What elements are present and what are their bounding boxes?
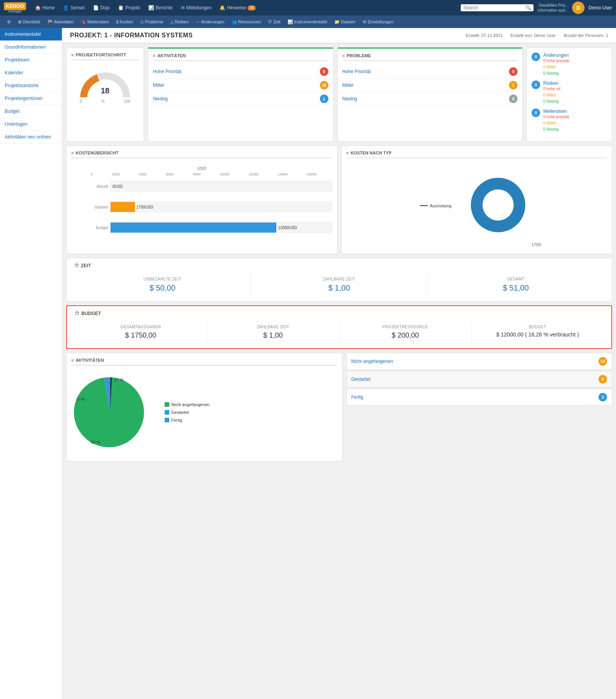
top-navigation: KENDO manager 🏠 Home 👤 Sensei 📄 Dojo 📋 P… xyxy=(0,0,616,16)
nav-berichte[interactable]: 📊 Berichte xyxy=(145,4,176,12)
nav-sensei[interactable]: 👤 Sensei xyxy=(60,4,88,12)
subnav-probleme[interactable]: ⚠ Probleme xyxy=(137,18,167,26)
search-wrapper: 🔍 xyxy=(461,4,534,11)
aktivitaeten-mittel-row[interactable]: Mittel 18 xyxy=(153,79,328,92)
nav-hinweise[interactable]: 🔔 Hinweise 74 xyxy=(216,4,259,12)
stats-aenderungen: 0 Änderungen 0 hohe priorität 0 Mittel 0… xyxy=(532,53,607,77)
bar-fill-geplant xyxy=(111,202,135,212)
subnav-aenderungen[interactable]: ↔ Änderungen xyxy=(193,18,228,26)
status-fertig[interactable]: Fertig 3 xyxy=(346,389,612,406)
subnav-kosten[interactable]: $ Kosten xyxy=(113,18,136,26)
svg-text:18: 18 xyxy=(101,86,109,95)
aktivitaeten-niedrig-badge: 1 xyxy=(320,95,328,103)
donut-value: 1750 xyxy=(532,242,541,247)
subnav-settings-icon[interactable]: ⚙ xyxy=(4,18,14,26)
subnav-instrumententafel[interactable]: 📊 Instrumententafel xyxy=(284,18,330,26)
clock-icon: ⏱ xyxy=(74,263,79,268)
stats-meilenstein: 0 Meilenstein 0 hohe priorität 0 Mittel … xyxy=(532,109,607,133)
status-gestartet[interactable]: Gestartet 0 xyxy=(346,371,612,388)
gauge-chart: 18 xyxy=(78,68,132,99)
stats-risiken: 0 Risiken 0 hohe inf. 0 Mittel 0 Niedrig xyxy=(532,81,607,105)
chart-icon5: ≡ xyxy=(346,151,349,155)
dashboard: ≡ PROJEKTFORTSCHRITT 18 xyxy=(62,44,616,465)
project-persons: Anzahl der Personen: 1 xyxy=(563,33,608,38)
sidebar-item-projektteam[interactable]: Projektteam xyxy=(0,54,62,67)
subnav-dateien[interactable]: 📁 Dateien xyxy=(331,18,359,26)
kosten-nach-typ-card: ≡ KOSTEN NACH TYP Ausrüstung xyxy=(341,145,612,254)
aktivitaeten-hohe-row[interactable]: Hohe Priorität 0 xyxy=(153,65,328,79)
bottom-row: ≡ AKTIVITÄTEN xyxy=(66,353,612,461)
search-icon: 🔍 xyxy=(525,5,531,11)
subnav-einstellungen[interactable]: ⚙ Einstellungen xyxy=(360,18,397,26)
legend-dot-dark xyxy=(165,418,169,422)
chart-icon3: ≡ xyxy=(342,53,345,58)
logo[interactable]: KENDO manager xyxy=(4,2,26,13)
subnav-ueberblick[interactable]: ⊞ Überblick xyxy=(15,18,44,26)
search-input[interactable] xyxy=(463,5,525,11)
budget-projektressource: PROJEKTRESSOURCE $ 200,00 xyxy=(339,321,472,343)
legend-line xyxy=(420,205,428,206)
bar-row-budget: Budget 12000USD xyxy=(91,222,332,233)
sidebar-item-unterlagen[interactable]: Unterlagen xyxy=(0,118,62,131)
subnav-zeit[interactable]: ⏱ Zeit xyxy=(265,18,283,26)
probleme-mittel-row[interactable]: Mittel 1 xyxy=(342,79,518,92)
sidebar-item-budget[interactable]: Budget xyxy=(0,105,62,118)
chart-icon4: ≡ xyxy=(71,151,74,155)
zeit-unbezahlt: UNBEZAHLTE ZEIT $ 50,00 xyxy=(74,273,251,296)
probleme-mittel-badge: 1 xyxy=(509,81,518,89)
budget-values: GESAMTAUSGABEN $ 1750,00 ZAHLBARE ZEIT $… xyxy=(75,321,604,343)
sub-navigation: ⚙ ⊞ Überblick 🏁 Aktivitäten 🔖 Meilenstei… xyxy=(0,16,616,28)
aktivitaeten-bottom-title: ≡ AKTIVITÄTEN xyxy=(71,358,337,366)
pie-chart-wrapper: 17 % 0 % 82 % xyxy=(71,373,149,452)
status-nicht-angefangenen[interactable]: Nicht angefangenen 14 xyxy=(346,353,612,370)
aktivitaeten-hohe-badge: 0 xyxy=(320,67,328,76)
selected-project[interactable]: Gewähltes Proj... Information syst... xyxy=(537,3,568,13)
risiken-circle: 0 xyxy=(532,81,540,89)
legend-dot-green xyxy=(165,402,169,407)
bar-row-aktuell: Aktuell 0USD xyxy=(91,181,332,192)
aktivitaeten-bottom-card: ≡ AKTIVITÄTEN xyxy=(66,353,342,461)
project-created: Erstellt: 07.12.2021 xyxy=(466,33,503,38)
budget-header: ⏱ BUDGET xyxy=(75,311,604,316)
budget-total: BUDGET $ 12000,00 ( 16,26 % verbraucht ) xyxy=(472,321,604,343)
chart-icon6: ≡ xyxy=(71,358,74,363)
chart-icon2: ≡ xyxy=(153,53,155,58)
projektfortschritt-card: ≡ PROJEKTFORTSCHRITT 18 xyxy=(66,47,144,142)
sidebar-item-projekteigentuemer[interactable]: Projekteigentümer xyxy=(0,92,62,105)
sidebar-item-kalender[interactable]: Kalender xyxy=(0,67,62,79)
project-title: PROJEKT: 1 - INFORMATION SYSTEMS xyxy=(70,32,193,39)
zeit-values: UNBEZAHLTE ZEIT $ 50,00 ZAHLBARE ZEIT $ … xyxy=(74,273,604,296)
project-header: PROJEKT: 1 - INFORMATION SYSTEMS Erstell… xyxy=(62,28,616,44)
donut-chart: 1750 xyxy=(463,170,533,241)
subnav-meilenstein[interactable]: 🔖 Meilenstein xyxy=(78,18,112,26)
project-creator: Erstellt von: Demo User xyxy=(511,33,556,38)
aktivitaeten-niedrig-row[interactable]: Niedrig 1 xyxy=(153,92,328,106)
probleme-niedrig-row[interactable]: Niedrig 0 xyxy=(342,92,518,106)
sidebar-item-projektstandorte[interactable]: Projektstandorte xyxy=(0,79,62,92)
nav-dojo[interactable]: 📄 Dojo xyxy=(90,4,113,12)
main-content: PROJEKT: 1 - INFORMATION SYSTEMS Erstell… xyxy=(62,28,616,699)
nav-mitteilungen[interactable]: ✉ Mitteilungen xyxy=(178,4,215,12)
sidebar-item-grundinformationen[interactable]: Grundinformationen xyxy=(0,41,62,54)
budget-zahlbare-zeit: ZAHLBARE ZEIT $ 1,00 xyxy=(207,321,339,343)
avatar: D xyxy=(572,2,584,14)
aenderungen-circle: 0 xyxy=(532,53,540,61)
logo-subtext: manager xyxy=(4,9,26,13)
axis-label: USD xyxy=(71,166,332,171)
nav-home[interactable]: 🏠 Home xyxy=(32,4,58,12)
probleme-niedrig-badge: 0 xyxy=(509,95,518,103)
aktivitaeten-card: ≡ AKTIVITÄTEN Hohe Priorität 0 Mittel 18… xyxy=(148,47,333,142)
subnav-aktivitaeten[interactable]: 🏁 Aktivitäten xyxy=(44,18,77,26)
sidebar-item-aktivitaeten-ordnen[interactable]: Aktivitäten neu ordnen xyxy=(0,131,62,144)
hinweise-badge: 74 xyxy=(247,5,256,11)
sidebar-item-instrumententafel[interactable]: Instrumententafel xyxy=(0,28,62,41)
subnav-ressourcen[interactable]: 👥 Ressourcen xyxy=(228,18,264,26)
probleme-hohe-row[interactable]: Hohe Priorität 0 xyxy=(342,65,518,79)
aktivitaeten-title: ≡ AKTIVITÄTEN xyxy=(153,53,328,61)
subnav-risiken[interactable]: △ Risiken xyxy=(167,18,192,26)
user-name[interactable]: Demo User xyxy=(588,5,612,11)
budget-gesamtausgaben: GESAMTAUSGABEN $ 1750,00 xyxy=(75,321,207,343)
nav-projekt[interactable]: 📋 Projekt xyxy=(115,4,143,12)
legend-fertig: Fertig xyxy=(165,418,209,422)
zeit-gesamt: GESAMT $ 51,00 xyxy=(428,273,604,296)
